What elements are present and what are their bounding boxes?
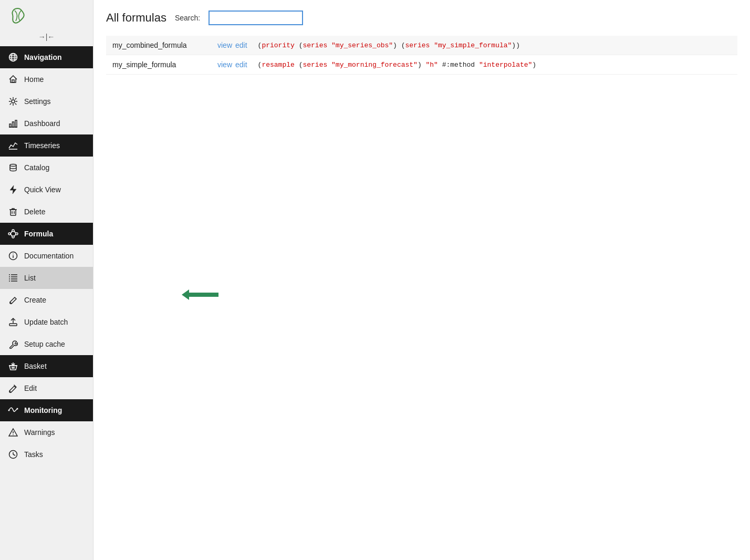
sidebar-item-tasks[interactable]: Tasks: [0, 443, 93, 465]
sidebar-item-timeseries[interactable]: Timeseries: [0, 134, 93, 157]
edit-pencil-icon: [7, 382, 19, 394]
quickview-label: Quick View: [24, 185, 61, 194]
nodes-icon: [7, 228, 19, 240]
trash-icon: [7, 206, 19, 217]
monitoring-label: Monitoring: [24, 406, 62, 414]
svg-point-18: [8, 233, 11, 235]
sidebar-item-delete[interactable]: Delete: [0, 201, 93, 223]
svg-rect-14: [11, 210, 16, 215]
catalog-label: Catalog: [24, 163, 49, 172]
main-content: All formulas Search: my_combined_formula…: [93, 0, 750, 560]
gear-icon: [7, 96, 19, 107]
arrow-indicator: [187, 293, 218, 297]
documentation-label: Documentation: [24, 252, 74, 260]
svg-line-22: [11, 231, 12, 234]
page-title: All formulas: [106, 11, 166, 25]
page-header: All formulas Search:: [106, 11, 737, 25]
formula-code-1: (priority (series "my_series_obs") (seri…: [258, 42, 520, 49]
sidebar-item-list[interactable]: List: [0, 267, 93, 289]
update-batch-label: Update batch: [24, 318, 68, 326]
sidebar-item-quickview[interactable]: Quick View: [0, 179, 93, 201]
create-label: Create: [24, 296, 46, 304]
svg-rect-5: [12, 80, 14, 82]
arrow-line: [187, 293, 218, 297]
bar-chart-icon: [7, 118, 19, 129]
collapse-icon: →|←: [38, 33, 55, 41]
sidebar-item-settings[interactable]: Settings: [0, 90, 93, 112]
basket-label: Basket: [24, 362, 47, 370]
sidebar-item-basket[interactable]: Basket: [0, 355, 93, 377]
search-label: Search:: [175, 14, 200, 22]
clock-icon: [7, 449, 19, 460]
warning-icon: [7, 427, 19, 438]
setup-cache-label: Setup cache: [24, 340, 65, 348]
edit-link-1[interactable]: edit: [235, 41, 247, 49]
dashboard-label: Dashboard: [24, 119, 60, 128]
formula-row: my_simple_formula view edit (resample (s…: [106, 55, 737, 75]
formula-actions-2: view edit: [217, 60, 247, 69]
edit-link-2[interactable]: edit: [235, 60, 247, 69]
sidebar-item-catalog[interactable]: Catalog: [0, 157, 93, 179]
svg-rect-8: [13, 122, 14, 127]
info-icon: [7, 250, 19, 262]
sidebar-item-navigation[interactable]: Navigation: [0, 46, 93, 68]
sidebar-item-create[interactable]: Create: [0, 289, 93, 311]
formula-row: my_combined_formula view edit (priority …: [106, 36, 737, 55]
list-label: List: [24, 274, 36, 282]
home-label: Home: [24, 75, 44, 84]
view-link-1[interactable]: view: [217, 41, 232, 49]
home-icon: [7, 74, 19, 85]
svg-line-23: [11, 234, 12, 236]
app-logo-icon: [8, 6, 27, 25]
svg-rect-7: [9, 124, 11, 127]
sidebar-item-warnings[interactable]: Warnings: [0, 421, 93, 443]
trend-icon: [7, 140, 19, 151]
svg-rect-9: [15, 120, 17, 127]
logo-area: [0, 0, 93, 29]
lightning-icon: [7, 184, 19, 195]
edit-label: Edit: [24, 384, 37, 392]
navigation-label: Navigation: [24, 53, 62, 61]
svg-point-44: [8, 410, 10, 411]
sidebar-item-documentation[interactable]: Documentation: [0, 245, 93, 267]
collapse-button[interactable]: →|←: [0, 29, 93, 46]
list-icon: [7, 272, 19, 284]
svg-rect-39: [9, 324, 17, 326]
svg-point-45: [17, 408, 18, 410]
sidebar-item-dashboard[interactable]: Dashboard: [0, 112, 93, 134]
svg-line-51: [13, 454, 15, 455]
svg-line-25: [14, 234, 16, 236]
database-icon: [7, 162, 19, 173]
delete-label: Delete: [24, 208, 45, 216]
sidebar: →|← Navigation Home: [0, 0, 93, 560]
sidebar-item-monitoring[interactable]: Monitoring: [0, 399, 93, 421]
svg-line-24: [14, 231, 16, 233]
formula-label: Formula: [24, 230, 53, 238]
svg-point-28: [13, 254, 14, 255]
svg-point-6: [12, 100, 15, 103]
sidebar-item-update-batch[interactable]: Update batch: [0, 311, 93, 333]
sidebar-item-home[interactable]: Home: [0, 68, 93, 90]
sidebar-item-edit[interactable]: Edit: [0, 377, 93, 399]
svg-point-21: [16, 233, 18, 235]
timeseries-label: Timeseries: [24, 141, 60, 150]
basket-icon: [7, 360, 19, 372]
wrench-icon: [7, 338, 19, 350]
settings-label: Settings: [24, 97, 51, 106]
svg-marker-13: [10, 185, 16, 194]
formula-list: my_combined_formula view edit (priority …: [106, 36, 737, 75]
sidebar-item-formula[interactable]: Formula: [0, 223, 93, 245]
search-input[interactable]: [209, 11, 303, 25]
tasks-label: Tasks: [24, 450, 43, 459]
formula-name-1: my_combined_formula: [112, 41, 217, 49]
globe-icon: [7, 51, 19, 63]
sidebar-item-setup-cache[interactable]: Setup cache: [0, 333, 93, 355]
upload-icon: [7, 316, 19, 328]
svg-point-48: [13, 434, 14, 435]
formula-name-2: my_simple_formula: [112, 60, 217, 69]
pencil-icon: [7, 294, 19, 306]
formula-code-2: (resample (series "my_morning_forecast")…: [258, 61, 537, 69]
monitoring-icon: [7, 405, 19, 416]
view-link-2[interactable]: view: [217, 60, 232, 69]
warnings-label: Warnings: [24, 428, 55, 437]
